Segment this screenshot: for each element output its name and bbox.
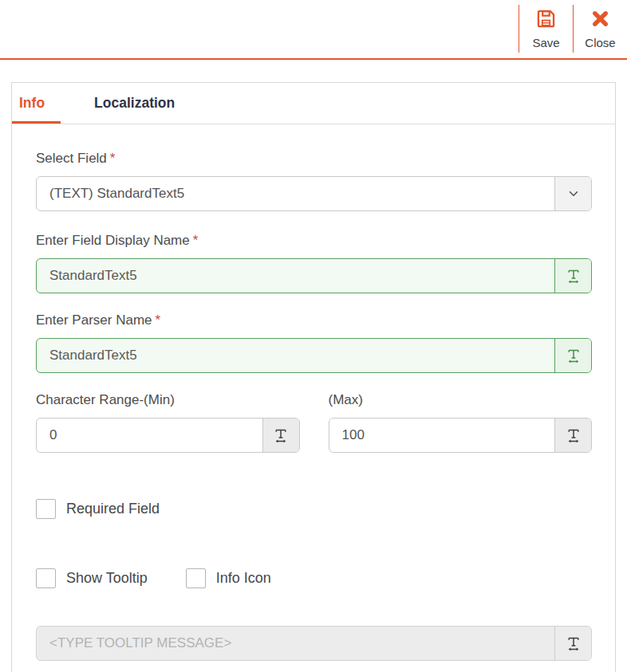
display-name-group: Enter Field Display Name* bbox=[36, 233, 592, 293]
text-width-icon[interactable] bbox=[554, 627, 591, 660]
save-button-label: Save bbox=[532, 36, 559, 49]
required-field-label: Required Field bbox=[66, 501, 160, 517]
char-min-control bbox=[36, 418, 300, 453]
parser-name-label: Enter Parser Name* bbox=[36, 312, 592, 328]
select-field-value: (TEXT) StandardText5 bbox=[37, 177, 554, 210]
required-asterisk: * bbox=[110, 151, 116, 166]
character-range-row: Character Range-(Min) (Max) bbox=[36, 392, 592, 453]
text-width-icon[interactable] bbox=[262, 419, 299, 452]
char-max-input[interactable] bbox=[329, 419, 555, 452]
parser-name-group: Enter Parser Name* bbox=[36, 312, 592, 373]
char-min-input[interactable] bbox=[37, 419, 262, 452]
info-icon-label: Info Icon bbox=[216, 570, 271, 587]
required-asterisk: * bbox=[193, 233, 199, 248]
tooltip-message-input[interactable] bbox=[37, 627, 554, 660]
tab-info[interactable]: Info bbox=[12, 83, 61, 124]
parser-name-input[interactable] bbox=[37, 339, 554, 372]
required-field-checkbox[interactable] bbox=[36, 499, 56, 519]
required-field-row: Required Field bbox=[36, 499, 592, 519]
show-tooltip-label: Show Tooltip bbox=[66, 570, 148, 587]
display-name-label: Enter Field Display Name* bbox=[36, 233, 592, 249]
select-field-group: Select Field* (TEXT) StandardText5 bbox=[36, 151, 592, 211]
select-field-dropdown[interactable]: (TEXT) StandardText5 bbox=[36, 176, 592, 211]
select-field-label: Select Field* bbox=[36, 151, 592, 167]
text-width-icon[interactable] bbox=[554, 419, 591, 452]
display-name-control bbox=[36, 258, 592, 293]
tab-localization[interactable]: Localization bbox=[94, 83, 175, 124]
char-max-control bbox=[329, 418, 593, 453]
toolbar: Save Close bbox=[0, 0, 627, 60]
char-min-group: Character Range-(Min) bbox=[36, 392, 300, 453]
field-form: Select Field* (TEXT) StandardText5 Enter… bbox=[12, 124, 615, 661]
editor-panel: Info Localization Select Field* (TEXT) S… bbox=[11, 82, 616, 672]
text-width-icon[interactable] bbox=[554, 339, 591, 372]
char-max-group: (Max) bbox=[329, 392, 593, 453]
show-tooltip-group: Show Tooltip bbox=[36, 568, 148, 588]
x-mark-icon bbox=[590, 8, 611, 32]
close-button-label: Close bbox=[585, 36, 615, 49]
char-min-label: Character Range-(Min) bbox=[36, 392, 300, 408]
close-button[interactable]: Close bbox=[573, 5, 627, 53]
text-width-icon[interactable] bbox=[554, 259, 591, 293]
save-button[interactable]: Save bbox=[519, 5, 573, 53]
display-name-input[interactable] bbox=[37, 259, 554, 293]
floppy-disk-icon bbox=[535, 8, 557, 32]
info-icon-group: Info Icon bbox=[186, 568, 271, 588]
tooltip-options-row: Show Tooltip Info Icon bbox=[36, 568, 592, 588]
tab-bar: Info Localization bbox=[12, 83, 615, 124]
parser-name-control bbox=[36, 338, 592, 373]
chevron-down-icon[interactable] bbox=[554, 177, 591, 210]
show-tooltip-checkbox[interactable] bbox=[36, 568, 56, 588]
char-max-label: (Max) bbox=[329, 392, 593, 408]
info-icon-checkbox[interactable] bbox=[186, 568, 206, 588]
required-asterisk: * bbox=[156, 312, 161, 328]
tooltip-message-control bbox=[36, 626, 592, 661]
